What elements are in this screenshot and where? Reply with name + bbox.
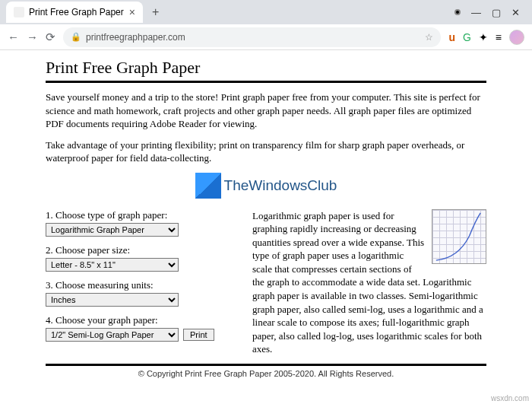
intro-para-2: Take advantage of your printing flexibil…	[46, 138, 486, 165]
close-window-button[interactable]: ✕	[511, 7, 520, 18]
ext-g-icon[interactable]: G	[463, 31, 471, 43]
extensions: u G ✦ ≡	[448, 30, 524, 45]
maximize-button[interactable]: ▢	[492, 7, 501, 18]
windows-logo-icon	[195, 173, 221, 199]
watermark: wsxdn.com	[491, 394, 529, 402]
label-graph-paper: 4. Choose your graph paper:	[46, 314, 236, 326]
address-bar[interactable]: 🔒 printfreegraphpaper.com ☆	[63, 27, 441, 47]
page-title: Print Free Graph Paper	[46, 58, 486, 78]
lock-icon: 🔒	[71, 32, 81, 42]
reload-button[interactable]: ⟳	[46, 30, 55, 44]
window-controls: — ▢ ✕	[454, 7, 526, 18]
logo-row: TheWindowsClub	[46, 173, 486, 199]
select-paper-size[interactable]: Letter - 8.5" x 11"	[46, 258, 179, 272]
forward-button[interactable]: →	[27, 30, 38, 43]
close-tab-icon[interactable]: ×	[129, 6, 135, 18]
url-text: printfreegraphpaper.com	[86, 32, 185, 43]
divider	[46, 81, 486, 83]
favicon	[14, 7, 24, 17]
intro-para-1: Save yourself money and a trip to the st…	[46, 91, 486, 131]
new-tab-button[interactable]: +	[147, 4, 163, 21]
footer-text: © Copyright Print Free Graph Paper 2005-…	[46, 369, 486, 378]
star-icon[interactable]: ☆	[425, 32, 433, 43]
description-column: Logarithmic graph paper is used for grap…	[252, 209, 486, 356]
browser-chrome: Print Free Graph Paper × + — ▢ ✕ ← → ⟳ 🔒…	[0, 0, 532, 50]
tab-bar: Print Free Graph Paper × + — ▢ ✕	[0, 0, 532, 24]
ext-u-icon[interactable]: u	[448, 31, 455, 43]
form-column: 1. Choose type of graph paper: Logarithm…	[46, 209, 236, 356]
record-icon	[454, 9, 461, 15]
nav-bar: ← → ⟳ 🔒 printfreegraphpaper.com ☆ u G ✦ …	[0, 24, 532, 50]
select-units[interactable]: Inches	[46, 293, 179, 307]
reading-list-icon[interactable]: ≡	[496, 31, 502, 43]
extensions-icon[interactable]: ✦	[479, 31, 488, 43]
divider-bottom	[46, 364, 486, 366]
select-graph-type[interactable]: Logarithmic Graph Paper	[46, 223, 179, 237]
browser-tab[interactable]: Print Free Graph Paper ×	[6, 2, 143, 23]
page-content: Print Free Graph Paper Save yourself mon…	[0, 50, 532, 386]
label-paper-size: 2. Choose paper size:	[46, 244, 236, 256]
graph-thumbnail	[432, 209, 486, 264]
logo-text: TheWindowsClub	[224, 177, 337, 194]
print-button[interactable]: Print	[183, 329, 214, 341]
minimize-button[interactable]: —	[471, 7, 481, 18]
back-button[interactable]: ←	[8, 30, 19, 43]
tab-title: Print Free Graph Paper	[29, 7, 124, 17]
label-graph-type: 1. Choose type of graph paper:	[46, 209, 236, 221]
profile-avatar[interactable]	[509, 30, 524, 45]
select-graph-paper[interactable]: 1/2" Semi-Log Graph Paper	[46, 328, 179, 342]
intro-section: Save yourself money and a trip to the st…	[46, 91, 486, 165]
label-units: 3. Choose measuring units:	[46, 279, 236, 291]
